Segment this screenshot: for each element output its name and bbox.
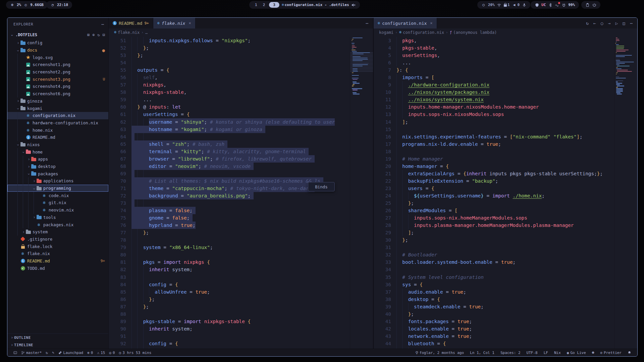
code-line[interactable]: 10 ../nixos/system/packages.nix	[374, 88, 614, 96]
ports-icon[interactable]: ◎0	[107, 351, 117, 355]
code-line[interactable]: 27 inputs.sops-nix.homeManagerModules.so…	[374, 214, 614, 222]
code-line[interactable]: 90 inherit system;	[109, 325, 350, 333]
code-line[interactable]: 42 locales.enable = true;	[374, 325, 614, 333]
outline-section[interactable]: › OUTLINE	[7, 334, 108, 341]
code-line[interactable]: 85 allowUnfree = true;	[109, 288, 350, 296]
code-line[interactable]: 51 inputs.nixpkgs.follows = "nixpkgs";	[109, 37, 350, 44]
code-line[interactable]: 72 background = "aurora_borealis.png";	[109, 192, 350, 199]
code-line[interactable]: 39 steamdeck.enable = true;	[374, 303, 614, 310]
code-line[interactable]: 66 terminal = "kitty"; # kitty, alacritt…	[109, 148, 350, 155]
tree-item--gitignore[interactable]: .gitignore	[7, 236, 108, 243]
chevron-right-icon[interactable]: ›	[16, 99, 20, 103]
code-line[interactable]: 8 imports = [	[374, 74, 614, 81]
tree-item-hardware-configuration-nix[interactable]: ❄hardware-configuration.nix	[7, 119, 108, 127]
code-line[interactable]: 59 ...	[109, 96, 350, 103]
more-actions-icon[interactable]: ⋯	[366, 21, 368, 26]
code-line[interactable]: 61 userSettings = {	[109, 111, 350, 118]
tree-item-flake-nix[interactable]: ❄flake.nix	[7, 250, 108, 257]
code-line[interactable]: 88	[109, 310, 350, 318]
code-line[interactable]: 3 pkgs,	[374, 37, 614, 44]
code-line[interactable]: 25 };	[374, 199, 614, 207]
chevron-right-icon[interactable]: ›	[27, 157, 31, 162]
breadcrumb-item[interactable]: kogami	[379, 30, 393, 35]
code-line[interactable]: 75 gnome = false;	[109, 214, 350, 222]
code-line[interactable]: 43 network.enable = true;	[374, 333, 614, 340]
chevron-down-icon[interactable]: ›	[16, 143, 20, 147]
code-line[interactable]: 67 browser = "librewolf"; # firefox, lib…	[109, 155, 350, 163]
breadcrumb[interactable]: kogami›❄configuration.nix›ƒ(anonymous la…	[374, 28, 637, 36]
code-line[interactable]: 28 inputs.plasma-manager.homeManagerModu…	[374, 222, 614, 229]
status-text-ln-1-col-1[interactable]: Ln 1, Col 1	[468, 351, 496, 355]
code-line[interactable]: 17 programs.nix-ld.dev.enable = true;	[374, 140, 614, 148]
tree-item-desktop[interactable]: ›desktop	[7, 163, 108, 170]
code-line[interactable]: 34	[374, 266, 614, 273]
tree-item-apps[interactable]: ›apps	[7, 156, 108, 163]
bell-icon[interactable]	[626, 351, 633, 355]
tree-item-home[interactable]: ›home	[7, 148, 108, 156]
code-line[interactable]: 44 bluetooth = {	[374, 340, 614, 347]
nav-forward-icon[interactable]: →	[608, 21, 611, 26]
code-line[interactable]: 13 inputs.sops-nix.nixosModules.sops	[374, 111, 614, 118]
tree-item-screenshot6-png[interactable]: screenshot6.png	[7, 90, 108, 98]
more-actions-icon[interactable]: ⋯	[630, 21, 633, 26]
tab-configuration-nix[interactable]: ❄configuration.nix×	[374, 18, 437, 28]
code-line[interactable]: 64	[109, 133, 350, 140]
code-line[interactable]: 78	[109, 236, 350, 244]
nav-back-icon[interactable]: ←	[593, 21, 596, 26]
tree-item-logo-svg[interactable]: logo.svg	[7, 54, 108, 61]
time-tracker-icon[interactable]: ◷3 hrs 53 mins	[117, 351, 154, 355]
code-line[interactable]: 12 inputs.home-manager.nixosModules.home…	[374, 103, 614, 111]
tree-item-neovim-nix[interactable]: ❄neovim.nix	[7, 206, 108, 214]
code-line[interactable]: 21 extraSpecialArgs = {inherit inputs pk…	[374, 170, 614, 177]
workspace-2[interactable]: 2	[261, 3, 267, 7]
tree-item-screenshot1-png[interactable]: screenshot1.png	[7, 61, 108, 68]
tree-item-todo-md[interactable]: ✔TODO.md	[7, 264, 108, 272]
status-text-lf[interactable]: LF	[542, 351, 550, 355]
code-line[interactable]: 36 sys = {	[374, 281, 614, 288]
code-line[interactable]: 53 };	[109, 52, 350, 59]
code-line[interactable]: 79 system = "x86_64-linux";	[109, 244, 350, 251]
prettier-icon[interactable]: ⊘Prettier	[598, 351, 624, 355]
code-line[interactable]: 83	[109, 274, 350, 281]
tree-item-packages[interactable]: ›packages	[7, 170, 108, 177]
warnings-icon[interactable]: ⚠15	[95, 351, 107, 355]
code-line[interactable]: 80	[109, 251, 350, 258]
code-line[interactable]: 89 pkgs-stable = import nixpkgs-stable {	[109, 318, 350, 325]
code-line[interactable]: 54	[109, 59, 350, 66]
code-line[interactable]: 30 };	[374, 236, 614, 244]
system-stats-pill[interactable]: ⊕ 2% ◴ 9.66GB	[6, 1, 48, 9]
breadcrumb-item[interactable]: …	[145, 30, 148, 35]
status-text-nix[interactable]: Nix	[552, 351, 563, 355]
code-line[interactable]: 65 shell = "zsh"; # bash, zsh	[109, 140, 350, 148]
code-line[interactable]: 38 desktop = {	[374, 296, 614, 303]
breadcrumb-item[interactable]: ❄configuration.nix	[399, 30, 444, 35]
chevron-down-icon[interactable]: ›	[21, 150, 26, 154]
explorer-more-actions-icon[interactable]: ⋯	[101, 22, 104, 27]
history-icon[interactable]: ↻	[586, 21, 589, 26]
code-line[interactable]: 69	[109, 170, 350, 177]
chevron-down-icon[interactable]: ›	[16, 107, 20, 111]
chevron-right-icon[interactable]: ›	[27, 164, 31, 169]
new-folder-icon[interactable]: ⊕	[92, 33, 95, 37]
tree-item-configuration-nix[interactable]: ❄configuration.nix	[7, 112, 108, 119]
code-line[interactable]: 16 nix.settings.experimental-features = …	[374, 133, 614, 140]
code-line[interactable]: 32 # Bootloader	[374, 251, 614, 258]
breadcrumb-item[interactable]: ƒ(anonymous lambda)	[450, 30, 497, 35]
code-line[interactable]: 77 };	[109, 229, 350, 236]
code-line[interactable]: 18	[374, 148, 614, 155]
tree-item-packages-nix[interactable]: ❄packages.nix	[7, 221, 108, 228]
tree-item-ginoza[interactable]: ›ginoza	[7, 98, 108, 105]
code-line[interactable]: 24 ${userSettings.username} = import ./h…	[374, 192, 614, 199]
chevron-down-icon[interactable]: ›	[32, 187, 37, 191]
tree-item-home-nix[interactable]: ❄home.nix	[7, 126, 108, 134]
close-icon[interactable]: ×	[189, 21, 191, 25]
refresh-explorer-icon[interactable]: ↻	[98, 33, 100, 37]
minimap[interactable]	[350, 37, 373, 349]
code-line[interactable]: 58 nixpkgs-stable,	[109, 88, 350, 96]
code-line[interactable]: 15	[374, 126, 614, 133]
tree-item-docs[interactable]: ›docs●	[7, 47, 108, 54]
tab-readme-md[interactable]: iREADME.md9+	[109, 18, 153, 28]
code-line[interactable]: 91	[109, 333, 350, 340]
chevron-down-icon[interactable]: ›	[26, 172, 31, 176]
workspace-3-active[interactable]: 3	[269, 2, 279, 8]
